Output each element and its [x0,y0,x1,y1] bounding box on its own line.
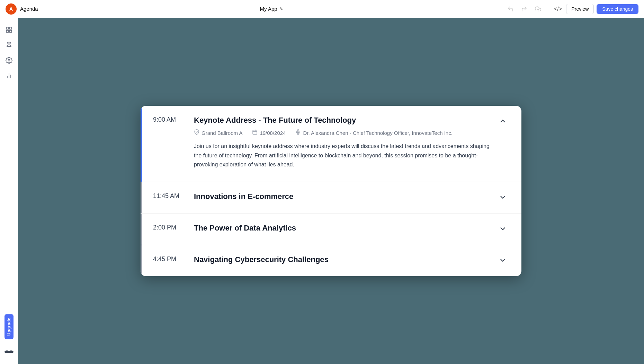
item-2-toggle[interactable] [497,191,509,203]
item-4-title: Navigating Cybersecurity Challenges [194,255,497,265]
item-3-content: The Power of Data Analytics [191,223,497,233]
calendar-icon [252,129,258,136]
svg-rect-4 [6,31,8,33]
item-1-title: Keynote Address - The Future of Technolo… [194,115,497,125]
agenda-item-1: 9:00 AM Keynote Address - The Future of … [141,106,521,182]
topbar-right: </> Preview Save changes [505,3,638,15]
item-1-date: 19/08/2024 [252,129,286,136]
item-1-time: 9:00 AM [153,115,191,123]
item-4-toggle[interactable] [497,254,509,267]
item-1-date-text: 19/08/2024 [260,130,286,136]
app-name-label: My App [260,6,277,12]
section-title: Agenda [20,6,38,12]
topbar-center: My App ✎ [260,6,283,12]
item-1-accent-border [141,106,142,182]
item-1-meta: Grand Ballroom A 19/08/2024 [194,129,497,136]
item-1-description: Join us for an insightful keynote addres… [194,142,497,169]
topbar-left: A Agenda [6,3,38,15]
item-1-location-text: Grand Ballroom A [202,130,242,136]
item-4-time: 4:45 PM [153,255,191,263]
sidebar: Upgrade [0,18,18,364]
preview-button[interactable]: Preview [566,4,594,14]
sidebar-item-settings[interactable] [3,54,15,67]
svg-rect-3 [9,31,11,33]
item-2-title: Innovations in E-commerce [194,192,497,202]
svg-point-6 [8,60,10,61]
item-2-accent-border [141,182,142,213]
upgrade-button[interactable]: Upgrade [5,314,14,339]
save-changes-button[interactable]: Save changes [597,4,638,14]
agenda-item-2: 11:45 AM Innovations in E-commerce [141,182,521,214]
sidebar-item-analytics[interactable] [3,69,15,82]
undo-button[interactable] [505,3,516,15]
publish-button[interactable] [533,3,544,15]
agenda-item-4: 4:45 PM Navigating Cybersecurity Challen… [141,245,521,276]
item-1-content: Keynote Address - The Future of Technolo… [191,115,497,170]
code-view-button[interactable]: </> [552,3,563,15]
svg-point-12 [196,131,197,132]
item-3-accent-border [141,214,142,245]
sidebar-item-pin[interactable] [3,39,15,51]
item-4-accent-border [141,245,142,276]
agenda-item-3: 2:00 PM The Power of Data Analytics [141,214,521,245]
item-2-content: Innovations in E-commerce [191,192,497,202]
item-3-title: The Power of Data Analytics [194,223,497,233]
sidebar-bottom-logo [3,345,15,357]
item-1-location: Grand Ballroom A [194,129,242,136]
edit-app-name-icon[interactable]: ✎ [279,6,283,11]
svg-point-11 [9,350,14,353]
svg-rect-2 [9,27,11,29]
canvas-area: 9:00 AM Keynote Address - The Future of … [18,18,644,364]
topbar-divider [548,5,548,13]
location-icon [194,129,199,136]
item-3-time: 2:00 PM [153,223,191,231]
sidebar-item-grid[interactable] [3,24,15,36]
app-logo: A [6,3,17,15]
svg-rect-1 [6,27,8,29]
agenda-card: 9:00 AM Keynote Address - The Future of … [141,106,521,277]
item-1-speaker: Dr. Alexandra Chen - Chief Technology Of… [295,129,452,136]
svg-point-10 [5,350,9,353]
item-1-toggle[interactable] [497,115,509,127]
item-1-speaker-text: Dr. Alexandra Chen - Chief Technology Of… [303,130,452,136]
topbar: A Agenda My App ✎ </> Preview Save chang… [0,0,644,18]
mic-icon [295,129,301,136]
item-4-content: Navigating Cybersecurity Challenges [191,255,497,265]
redo-button[interactable] [519,3,530,15]
item-2-time: 11:45 AM [153,192,191,200]
main-layout: Upgrade 9:00 AM Keynote Address - The Fu… [0,18,644,364]
item-3-toggle[interactable] [497,223,509,235]
svg-rect-13 [253,130,257,135]
